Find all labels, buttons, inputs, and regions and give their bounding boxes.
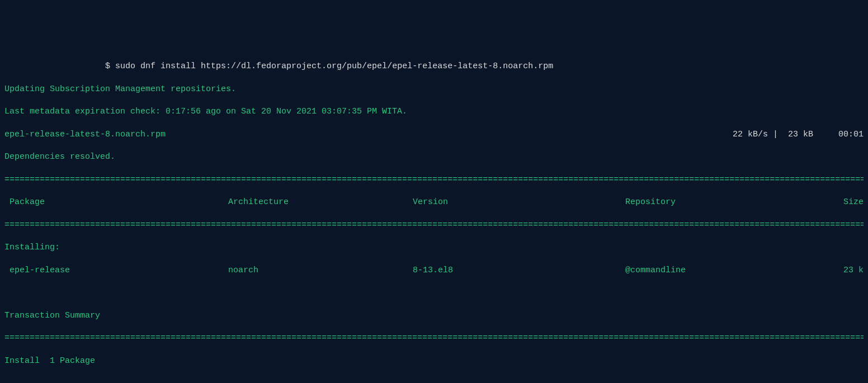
table-header-row: PackageArchitectureVersionRepositorySize xyxy=(4,197,864,208)
package-version: 8-13.el8 xyxy=(413,265,625,276)
installing-header: Installing: xyxy=(4,242,864,253)
separator-line: ========================================… xyxy=(4,174,864,186)
package-row: epel-releasenoarch8-13.el8@commandline23… xyxy=(4,265,864,276)
package-repo: @commandline xyxy=(625,265,832,276)
output-line-metadata: Last metadata expiration check: 0:17:56 … xyxy=(4,106,864,117)
separator-line: ========================================… xyxy=(4,333,864,344)
output-line-updating: Updating Subscription Management reposit… xyxy=(4,84,864,95)
download-stats: 22 kB/s | 23 kB 00:01 xyxy=(733,129,864,140)
package-size: 23 k xyxy=(832,265,864,276)
blank-line xyxy=(4,287,864,299)
command-text: sudo dnf install https://dl.fedoraprojec… xyxy=(115,62,553,71)
blank-line xyxy=(4,378,864,383)
header-size: Size xyxy=(832,197,864,208)
command-prompt: $ sudo dnf install https://dl.fedoraproj… xyxy=(4,61,864,72)
terminal-output: $ sudo dnf install https://dl.fedoraproj… xyxy=(4,50,864,383)
install-count: Install 1 Package xyxy=(4,356,864,367)
transaction-summary-header: Transaction Summary xyxy=(4,310,864,321)
header-architecture: Architecture xyxy=(228,197,413,208)
package-name: epel-release xyxy=(4,265,228,276)
header-package: Package xyxy=(4,197,228,208)
separator-line: ========================================… xyxy=(4,220,864,231)
output-line-deps: Dependencies resolved. xyxy=(4,152,864,163)
package-arch: noarch xyxy=(228,265,413,276)
prompt-symbol: $ xyxy=(105,62,115,71)
prompt-indent xyxy=(4,62,105,71)
header-repository: Repository xyxy=(625,197,832,208)
download-file: epel-release-latest-8.noarch.rpm xyxy=(4,129,733,140)
download-status-row: epel-release-latest-8.noarch.rpm22 kB/s … xyxy=(4,129,864,140)
header-version: Version xyxy=(413,197,625,208)
